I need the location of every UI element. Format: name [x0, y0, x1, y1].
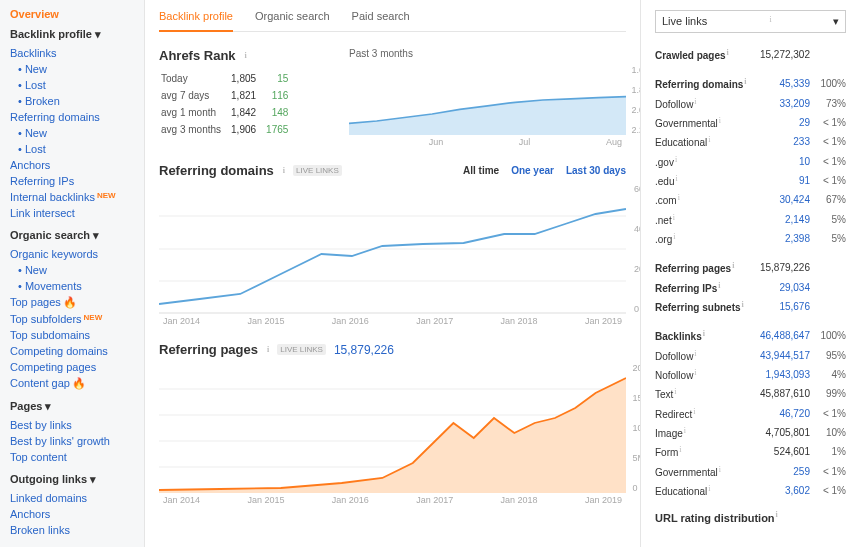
sidebar-link[interactable]: Link intersect: [10, 205, 134, 221]
sidebar-link[interactable]: Top pages🔥: [10, 294, 134, 311]
tabs: Backlink profile Organic search Paid sea…: [159, 0, 626, 32]
stat-row[interactable]: .govi10< 1%: [655, 152, 846, 171]
crawled-pages-row: Crawled pagesi 15,272,302: [655, 45, 846, 74]
info-icon: i: [245, 51, 247, 60]
referring-meta-table: Referring pagesi15,879,226Referring IPsi…: [655, 258, 846, 316]
referring-domains-title: Referring domainsi LIVE LINKS All time O…: [159, 163, 626, 178]
sidebar-group-title[interactable]: Outgoing links ▾: [10, 473, 134, 486]
sidebar-link[interactable]: Competing domains: [10, 343, 134, 359]
live-links-tag: LIVE LINKS: [293, 165, 342, 176]
sidebar-link[interactable]: Lost: [18, 141, 134, 157]
ahrefs-rank-table: Today1,80515avg 7 days1,821116avg 1 mont…: [159, 69, 298, 139]
sidebar: Overview Backlink profile ▾BacklinksNewL…: [0, 0, 145, 547]
range-last-30[interactable]: Last 30 days: [566, 165, 626, 176]
ahrefs-rank-title: Ahrefs Ranki: [159, 48, 329, 63]
sidebar-link[interactable]: Best by links: [10, 417, 134, 433]
sidebar-link[interactable]: Anchors: [10, 157, 134, 173]
sidebar-group-title[interactable]: Pages ▾: [10, 400, 134, 413]
sidebar-link[interactable]: New: [18, 61, 134, 77]
stat-row[interactable]: Governmentali29< 1%: [655, 113, 846, 132]
time-range-selector: All time One year Last 30 days: [463, 165, 626, 176]
referring-pages-chart: 20M 15M 10M 5M 0: [159, 363, 626, 493]
range-one-year[interactable]: One year: [511, 165, 554, 176]
stat-row[interactable]: Governmentali259< 1%: [655, 462, 846, 481]
sidebar-link[interactable]: Top subfoldersNEW: [10, 311, 134, 327]
hot-icon: 🔥: [63, 296, 77, 308]
ahrefs-rank-period: Past 3 months: [349, 48, 626, 59]
rank-row: avg 7 days1,821116: [161, 88, 296, 103]
sidebar-link[interactable]: Anchors: [10, 506, 134, 522]
stat-row[interactable]: Dofollowi33,20973%: [655, 94, 846, 113]
sidebar-link[interactable]: Movements: [18, 278, 134, 294]
center-column: Backlink profile Organic search Paid sea…: [145, 0, 640, 547]
sidebar-link[interactable]: New: [18, 125, 134, 141]
stat-row[interactable]: .orgi2,3985%: [655, 229, 846, 248]
tab-paid-search[interactable]: Paid search: [352, 10, 410, 31]
sidebar-link[interactable]: Broken links: [10, 522, 134, 538]
info-icon: i: [770, 15, 772, 28]
stat-row[interactable]: .comi30,42467%: [655, 190, 846, 209]
stat-row[interactable]: .neti2,1495%: [655, 210, 846, 229]
url-rating-distribution-title: URL rating distributioni: [655, 510, 846, 524]
referring-domains-chart: 60K 40K 20K 0: [159, 184, 626, 314]
stat-row[interactable]: Redirecti46,720< 1%: [655, 404, 846, 423]
ahrefs-rank-chart: 1.6K 1.8K 2.0K 2.2K: [349, 65, 626, 135]
sidebar-group-title[interactable]: Backlink profile ▾: [10, 28, 134, 41]
new-badge: NEW: [97, 191, 116, 200]
stat-row: Formi524,6011%: [655, 442, 846, 461]
stat-row[interactable]: Backlinksi46,488,647100%: [655, 326, 846, 345]
sidebar-link[interactable]: Competing pages: [10, 359, 134, 375]
sidebar-overview-link[interactable]: Overview: [10, 8, 134, 20]
sidebar-link[interactable]: Internal backlinksNEW: [10, 189, 134, 205]
sidebar-link[interactable]: Best by links' growth: [10, 433, 134, 449]
stat-row[interactable]: Referring IPsi29,034: [655, 278, 846, 297]
right-panel: Live linksi Crawled pagesi 15,272,302 Re…: [640, 0, 860, 547]
tab-organic-search[interactable]: Organic search: [255, 10, 330, 31]
referring-domains-table: Referring domainsi45,339100%Dofollowi33,…: [655, 74, 846, 248]
sidebar-link[interactable]: Content gap🔥: [10, 375, 134, 392]
sidebar-link[interactable]: Top subdomains: [10, 327, 134, 343]
tab-backlink-profile[interactable]: Backlink profile: [159, 10, 233, 32]
stat-row[interactable]: Educationali233< 1%: [655, 132, 846, 151]
info-icon: i: [267, 345, 269, 354]
live-links-tag: LIVE LINKS: [277, 344, 326, 355]
sidebar-link[interactable]: New: [18, 262, 134, 278]
rank-row: avg 3 months1,9061765: [161, 122, 296, 137]
info-icon: i: [283, 166, 285, 175]
stat-row[interactable]: Nofollowi1,943,0934%: [655, 365, 846, 384]
stat-row: Texti45,887,61099%: [655, 384, 846, 403]
referring-pages-title: Referring pagesi LIVE LINKS 15,879,226: [159, 342, 626, 357]
info-icon: i: [776, 510, 778, 519]
stat-row[interactable]: Educationali3,602< 1%: [655, 481, 846, 500]
stat-row[interactable]: Referring subnetsi15,676: [655, 297, 846, 316]
sidebar-link[interactable]: Linked domains: [10, 490, 134, 506]
rank-row: Today1,80515: [161, 71, 296, 86]
sidebar-link[interactable]: Backlinks: [10, 45, 134, 61]
sidebar-link[interactable]: Referring IPs: [10, 173, 134, 189]
backlinks-table: Backlinksi46,488,647100%Dofollowi43,944,…: [655, 326, 846, 500]
stat-row: Imagei4,705,80110%: [655, 423, 846, 442]
stat-row: Referring pagesi15,879,226: [655, 258, 846, 277]
stat-row[interactable]: Dofollowi43,944,51795%: [655, 346, 846, 365]
new-badge: NEW: [84, 313, 103, 322]
sidebar-group-title[interactable]: Organic search ▾: [10, 229, 134, 242]
sidebar-link[interactable]: Referring domains: [10, 109, 134, 125]
sidebar-link[interactable]: Organic keywords: [10, 246, 134, 262]
range-all-time[interactable]: All time: [463, 165, 499, 176]
referring-pages-total: 15,879,226: [334, 343, 394, 357]
sidebar-link[interactable]: Broken: [18, 93, 134, 109]
stat-row[interactable]: Referring domainsi45,339100%: [655, 74, 846, 93]
stat-row[interactable]: .edui91< 1%: [655, 171, 846, 190]
sidebar-link[interactable]: Lost: [18, 77, 134, 93]
rank-row: avg 1 month1,842148: [161, 105, 296, 120]
hot-icon: 🔥: [72, 377, 86, 389]
sidebar-link[interactable]: Top content: [10, 449, 134, 465]
live-links-select[interactable]: Live linksi: [655, 10, 846, 33]
